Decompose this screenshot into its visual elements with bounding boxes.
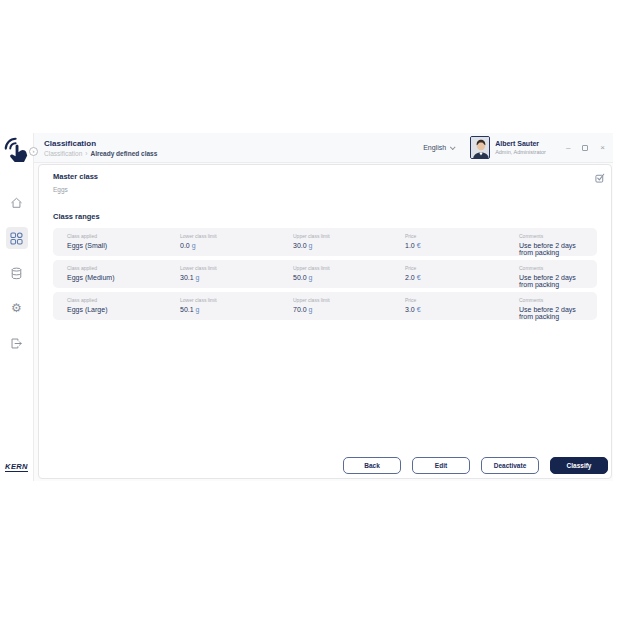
- sidebar-toggle-button[interactable]: ›: [29, 147, 38, 156]
- column-label: Comments: [519, 297, 589, 303]
- sidebar-item-dashboard[interactable]: [6, 227, 28, 249]
- home-icon: [10, 197, 23, 209]
- column-label: Upper class limit: [293, 297, 405, 303]
- cell-value: 70.0 g: [293, 306, 405, 313]
- touch-hand-logo-icon: [3, 137, 30, 162]
- column-label: Upper class limit: [293, 265, 405, 271]
- avatar: [470, 136, 490, 159]
- master-class-label: Master class: [53, 172, 597, 181]
- user-name: Albert Sauter: [495, 140, 546, 147]
- cell-value: 30.0 g: [293, 242, 405, 249]
- language-selector[interactable]: English: [423, 144, 454, 151]
- column-label: Comments: [519, 233, 589, 239]
- sidebar-nav: ⚙: [6, 192, 28, 354]
- cell-class-applied: Class applied Eggs (Small): [67, 233, 180, 257]
- cell-upper-limit: Upper class limit 50.0 g: [293, 265, 405, 289]
- unit-label: g: [196, 274, 200, 281]
- chevron-down-icon: [450, 144, 456, 150]
- breadcrumb: Classification › Already defined class: [44, 150, 157, 157]
- cell-value: Use before 2 days from packing: [519, 242, 589, 256]
- title-block: Classification Classification › Already …: [44, 139, 157, 157]
- column-label: Class applied: [67, 233, 180, 239]
- deactivate-button[interactable]: Deactivate: [481, 457, 539, 474]
- topbar-right: English: [423, 136, 605, 159]
- cell-upper-limit: Upper class limit 30.0 g: [293, 233, 405, 257]
- maximize-button[interactable]: [582, 145, 588, 151]
- cell-value: Use before 2 days from packing: [519, 274, 589, 288]
- currency-label: €: [417, 242, 421, 249]
- main-area: Classification Classification › Already …: [33, 133, 613, 481]
- cell-upper-limit: Upper class limit 70.0 g: [293, 297, 405, 321]
- class-range-row[interactable]: Class applied Eggs (Medium) Lower class …: [53, 260, 597, 288]
- class-details-card: Master class Eggs Class ranges Class app…: [38, 164, 612, 479]
- sidebar-item-home[interactable]: [6, 192, 28, 214]
- app-logo: [3, 137, 30, 166]
- back-button[interactable]: Back: [343, 457, 401, 474]
- unit-label: g: [192, 242, 196, 249]
- unit-label: g: [196, 306, 200, 313]
- page-title: Classification: [44, 139, 157, 148]
- checkbox-checked-icon[interactable]: [595, 169, 605, 187]
- cell-price: Price 3.0 €: [405, 297, 519, 321]
- column-label: Lower class limit: [180, 233, 293, 239]
- column-label: Upper class limit: [293, 233, 405, 239]
- unit-label: g: [309, 274, 313, 281]
- unit-label: g: [309, 306, 313, 313]
- kern-logo: KERN: [5, 462, 28, 473]
- class-range-row[interactable]: Class applied Eggs (Large) Lower class l…: [53, 292, 597, 320]
- action-buttons: Back Edit Deactivate Classify: [343, 457, 608, 474]
- currency-label: €: [417, 274, 421, 281]
- cell-value: 1.0 €: [405, 242, 519, 249]
- cell-comments: Comments Use before 2 days from packing: [519, 297, 589, 321]
- cell-value: 30.1 g: [180, 274, 293, 281]
- close-button[interactable]: ×: [600, 144, 605, 152]
- breadcrumb-root[interactable]: Classification: [44, 150, 82, 157]
- cell-lower-limit: Lower class limit 0.0 g: [180, 233, 293, 257]
- logout-icon: [10, 337, 23, 350]
- cell-class-applied: Class applied Eggs (Large): [67, 297, 180, 321]
- cell-comments: Comments Use before 2 days from packing: [519, 233, 589, 257]
- user-role: Admin, Administrator: [495, 149, 546, 155]
- class-range-row[interactable]: Class applied Eggs (Small) Lower class l…: [53, 228, 597, 256]
- cell-value: Eggs (Large): [67, 306, 180, 313]
- unit-label: g: [309, 242, 313, 249]
- sidebar: ⚙ KERN: [0, 133, 33, 481]
- sidebar-item-database[interactable]: [6, 262, 28, 284]
- cell-value: 0.0 g: [180, 242, 293, 249]
- cell-lower-limit: Lower class limit 50.1 g: [180, 297, 293, 321]
- column-label: Price: [405, 233, 519, 239]
- cell-value: Eggs (Medium): [67, 274, 180, 281]
- user-profile[interactable]: Albert Sauter Admin, Administrator: [470, 136, 546, 159]
- cell-price: Price 1.0 €: [405, 233, 519, 257]
- column-label: Lower class limit: [180, 265, 293, 271]
- cell-lower-limit: Lower class limit 30.1 g: [180, 265, 293, 289]
- app-window: ⚙ KERN › Classification Classification: [0, 133, 613, 481]
- column-label: Class applied: [67, 265, 180, 271]
- cell-value: 50.1 g: [180, 306, 293, 313]
- cell-class-applied: Class applied Eggs (Medium): [67, 265, 180, 289]
- column-label: Comments: [519, 265, 589, 271]
- cell-value: Use before 2 days from packing: [519, 306, 589, 320]
- window-controls: – ×: [566, 144, 605, 152]
- sidebar-item-settings[interactable]: ⚙: [6, 297, 28, 319]
- top-bar: Classification Classification › Already …: [34, 133, 613, 163]
- sidebar-item-logout[interactable]: [6, 332, 28, 354]
- cell-value: Eggs (Small): [67, 242, 180, 249]
- edit-button[interactable]: Edit: [412, 457, 470, 474]
- breadcrumb-separator-icon: ›: [85, 150, 87, 157]
- language-label: English: [423, 144, 446, 151]
- minimize-button[interactable]: –: [566, 144, 570, 152]
- column-label: Price: [405, 297, 519, 303]
- column-label: Class applied: [67, 297, 180, 303]
- class-ranges-label: Class ranges: [53, 212, 597, 221]
- database-icon: [10, 267, 23, 280]
- desktop-background: ⚙ KERN › Classification Classification: [0, 0, 620, 620]
- breadcrumb-current: Already defined class: [90, 150, 157, 157]
- classify-button[interactable]: Classify: [550, 457, 608, 474]
- content-area: Master class Eggs Class ranges Class app…: [34, 163, 613, 481]
- cell-value: 50.0 g: [293, 274, 405, 281]
- user-info: Albert Sauter Admin, Administrator: [495, 140, 546, 155]
- master-class-value: Eggs: [53, 186, 597, 193]
- maximize-icon: [582, 145, 588, 151]
- cell-value: 2.0 €: [405, 274, 519, 281]
